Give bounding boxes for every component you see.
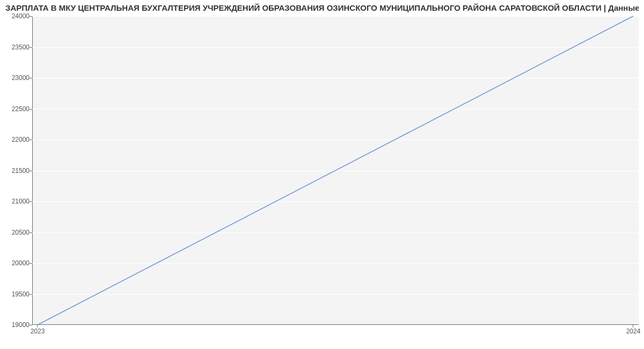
series-line — [38, 16, 633, 325]
y-tick: 19500 — [0, 290, 30, 298]
y-tick: 21000 — [0, 198, 30, 205]
x-tick: 2024 — [626, 328, 641, 335]
chart-title: ЗАРПЛАТА В МКУ ЦЕНТРАЛЬНАЯ БУХГАЛТЕРИЯ У… — [5, 3, 639, 12]
y-tick: 22000 — [0, 136, 30, 143]
y-tick: 24000 — [0, 12, 30, 20]
y-tick: 23500 — [0, 43, 30, 51]
chart-line-layer — [32, 16, 639, 325]
y-tick: 19000 — [0, 321, 30, 329]
y-tick: 20500 — [0, 229, 30, 236]
y-tick: 23000 — [0, 74, 30, 82]
y-tick: 21500 — [0, 167, 30, 174]
y-tick: 22500 — [0, 105, 30, 113]
x-tick: 2023 — [31, 328, 45, 335]
y-tick: 20000 — [0, 259, 30, 267]
